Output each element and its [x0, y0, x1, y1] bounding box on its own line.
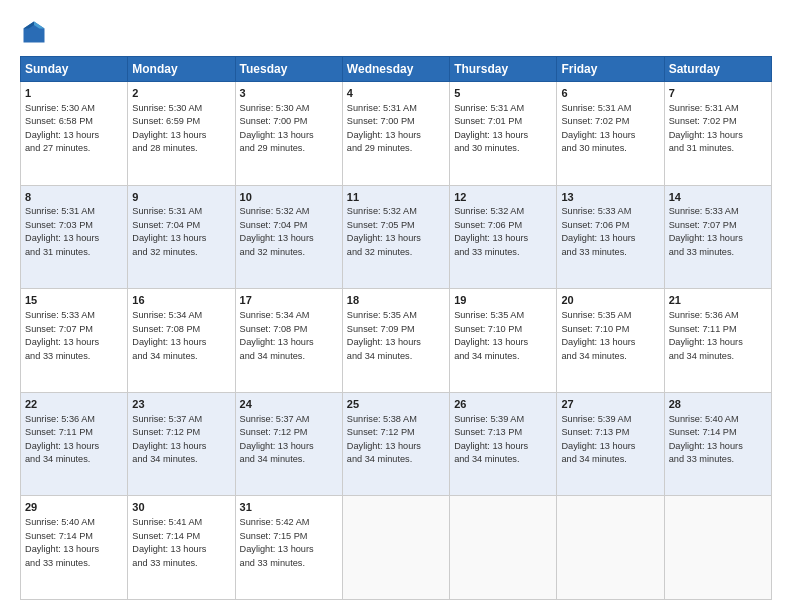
- day-number: 2: [132, 86, 230, 101]
- day-number: 17: [240, 293, 338, 308]
- col-monday: Monday: [128, 57, 235, 82]
- day-number: 27: [561, 397, 659, 412]
- day-number: 11: [347, 190, 445, 205]
- day-number: 8: [25, 190, 123, 205]
- col-saturday: Saturday: [664, 57, 771, 82]
- col-tuesday: Tuesday: [235, 57, 342, 82]
- day-info: Sunrise: 5:42 AM Sunset: 7:15 PM Dayligh…: [240, 517, 314, 568]
- table-cell: 15Sunrise: 5:33 AM Sunset: 7:07 PM Dayli…: [21, 289, 128, 393]
- table-cell: [557, 496, 664, 600]
- table-cell: 11Sunrise: 5:32 AM Sunset: 7:05 PM Dayli…: [342, 185, 449, 289]
- day-number: 7: [669, 86, 767, 101]
- table-cell: 6Sunrise: 5:31 AM Sunset: 7:02 PM Daylig…: [557, 82, 664, 186]
- col-friday: Friday: [557, 57, 664, 82]
- table-cell: 17Sunrise: 5:34 AM Sunset: 7:08 PM Dayli…: [235, 289, 342, 393]
- table-cell: 25Sunrise: 5:38 AM Sunset: 7:12 PM Dayli…: [342, 392, 449, 496]
- day-info: Sunrise: 5:31 AM Sunset: 7:02 PM Dayligh…: [669, 103, 743, 154]
- day-info: Sunrise: 5:31 AM Sunset: 7:02 PM Dayligh…: [561, 103, 635, 154]
- day-info: Sunrise: 5:40 AM Sunset: 7:14 PM Dayligh…: [669, 414, 743, 465]
- week-row-5: 29Sunrise: 5:40 AM Sunset: 7:14 PM Dayli…: [21, 496, 772, 600]
- day-info: Sunrise: 5:32 AM Sunset: 7:06 PM Dayligh…: [454, 206, 528, 257]
- table-cell: [664, 496, 771, 600]
- day-number: 22: [25, 397, 123, 412]
- day-number: 4: [347, 86, 445, 101]
- col-sunday: Sunday: [21, 57, 128, 82]
- table-cell: 9Sunrise: 5:31 AM Sunset: 7:04 PM Daylig…: [128, 185, 235, 289]
- day-number: 15: [25, 293, 123, 308]
- table-cell: 21Sunrise: 5:36 AM Sunset: 7:11 PM Dayli…: [664, 289, 771, 393]
- day-number: 23: [132, 397, 230, 412]
- table-cell: 20Sunrise: 5:35 AM Sunset: 7:10 PM Dayli…: [557, 289, 664, 393]
- day-info: Sunrise: 5:35 AM Sunset: 7:09 PM Dayligh…: [347, 310, 421, 361]
- day-info: Sunrise: 5:35 AM Sunset: 7:10 PM Dayligh…: [454, 310, 528, 361]
- table-cell: 16Sunrise: 5:34 AM Sunset: 7:08 PM Dayli…: [128, 289, 235, 393]
- day-number: 14: [669, 190, 767, 205]
- logo-icon: [20, 18, 48, 46]
- day-info: Sunrise: 5:31 AM Sunset: 7:01 PM Dayligh…: [454, 103, 528, 154]
- table-cell: 27Sunrise: 5:39 AM Sunset: 7:13 PM Dayli…: [557, 392, 664, 496]
- day-number: 1: [25, 86, 123, 101]
- table-cell: 10Sunrise: 5:32 AM Sunset: 7:04 PM Dayli…: [235, 185, 342, 289]
- day-number: 19: [454, 293, 552, 308]
- table-cell: 12Sunrise: 5:32 AM Sunset: 7:06 PM Dayli…: [450, 185, 557, 289]
- table-cell: 19Sunrise: 5:35 AM Sunset: 7:10 PM Dayli…: [450, 289, 557, 393]
- day-info: Sunrise: 5:39 AM Sunset: 7:13 PM Dayligh…: [454, 414, 528, 465]
- table-cell: 30Sunrise: 5:41 AM Sunset: 7:14 PM Dayli…: [128, 496, 235, 600]
- day-number: 10: [240, 190, 338, 205]
- table-cell: 23Sunrise: 5:37 AM Sunset: 7:12 PM Dayli…: [128, 392, 235, 496]
- table-cell: 18Sunrise: 5:35 AM Sunset: 7:09 PM Dayli…: [342, 289, 449, 393]
- day-info: Sunrise: 5:30 AM Sunset: 6:59 PM Dayligh…: [132, 103, 206, 154]
- day-number: 3: [240, 86, 338, 101]
- day-number: 20: [561, 293, 659, 308]
- table-cell: 8Sunrise: 5:31 AM Sunset: 7:03 PM Daylig…: [21, 185, 128, 289]
- day-info: Sunrise: 5:33 AM Sunset: 7:07 PM Dayligh…: [25, 310, 99, 361]
- day-number: 25: [347, 397, 445, 412]
- day-number: 18: [347, 293, 445, 308]
- day-info: Sunrise: 5:38 AM Sunset: 7:12 PM Dayligh…: [347, 414, 421, 465]
- day-info: Sunrise: 5:33 AM Sunset: 7:07 PM Dayligh…: [669, 206, 743, 257]
- week-row-1: 1Sunrise: 5:30 AM Sunset: 6:58 PM Daylig…: [21, 82, 772, 186]
- day-number: 5: [454, 86, 552, 101]
- day-info: Sunrise: 5:36 AM Sunset: 7:11 PM Dayligh…: [669, 310, 743, 361]
- day-info: Sunrise: 5:37 AM Sunset: 7:12 PM Dayligh…: [132, 414, 206, 465]
- day-number: 31: [240, 500, 338, 515]
- week-row-3: 15Sunrise: 5:33 AM Sunset: 7:07 PM Dayli…: [21, 289, 772, 393]
- week-row-2: 8Sunrise: 5:31 AM Sunset: 7:03 PM Daylig…: [21, 185, 772, 289]
- table-cell: 3Sunrise: 5:30 AM Sunset: 7:00 PM Daylig…: [235, 82, 342, 186]
- day-number: 30: [132, 500, 230, 515]
- day-number: 16: [132, 293, 230, 308]
- day-info: Sunrise: 5:35 AM Sunset: 7:10 PM Dayligh…: [561, 310, 635, 361]
- calendar-header-row: Sunday Monday Tuesday Wednesday Thursday…: [21, 57, 772, 82]
- table-cell: 7Sunrise: 5:31 AM Sunset: 7:02 PM Daylig…: [664, 82, 771, 186]
- table-cell: 1Sunrise: 5:30 AM Sunset: 6:58 PM Daylig…: [21, 82, 128, 186]
- header: [20, 18, 772, 46]
- day-info: Sunrise: 5:30 AM Sunset: 6:58 PM Dayligh…: [25, 103, 99, 154]
- day-number: 13: [561, 190, 659, 205]
- day-number: 12: [454, 190, 552, 205]
- day-info: Sunrise: 5:31 AM Sunset: 7:00 PM Dayligh…: [347, 103, 421, 154]
- day-number: 28: [669, 397, 767, 412]
- table-cell: 4Sunrise: 5:31 AM Sunset: 7:00 PM Daylig…: [342, 82, 449, 186]
- day-number: 24: [240, 397, 338, 412]
- day-info: Sunrise: 5:32 AM Sunset: 7:04 PM Dayligh…: [240, 206, 314, 257]
- table-cell: 31Sunrise: 5:42 AM Sunset: 7:15 PM Dayli…: [235, 496, 342, 600]
- day-info: Sunrise: 5:36 AM Sunset: 7:11 PM Dayligh…: [25, 414, 99, 465]
- day-info: Sunrise: 5:37 AM Sunset: 7:12 PM Dayligh…: [240, 414, 314, 465]
- day-number: 6: [561, 86, 659, 101]
- day-info: Sunrise: 5:34 AM Sunset: 7:08 PM Dayligh…: [132, 310, 206, 361]
- logo: [20, 18, 52, 46]
- col-wednesday: Wednesday: [342, 57, 449, 82]
- table-cell: 5Sunrise: 5:31 AM Sunset: 7:01 PM Daylig…: [450, 82, 557, 186]
- day-info: Sunrise: 5:30 AM Sunset: 7:00 PM Dayligh…: [240, 103, 314, 154]
- table-cell: 24Sunrise: 5:37 AM Sunset: 7:12 PM Dayli…: [235, 392, 342, 496]
- day-info: Sunrise: 5:31 AM Sunset: 7:03 PM Dayligh…: [25, 206, 99, 257]
- col-thursday: Thursday: [450, 57, 557, 82]
- day-info: Sunrise: 5:41 AM Sunset: 7:14 PM Dayligh…: [132, 517, 206, 568]
- week-row-4: 22Sunrise: 5:36 AM Sunset: 7:11 PM Dayli…: [21, 392, 772, 496]
- page: Sunday Monday Tuesday Wednesday Thursday…: [0, 0, 792, 612]
- table-cell: 13Sunrise: 5:33 AM Sunset: 7:06 PM Dayli…: [557, 185, 664, 289]
- table-cell: [450, 496, 557, 600]
- table-cell: 26Sunrise: 5:39 AM Sunset: 7:13 PM Dayli…: [450, 392, 557, 496]
- table-cell: 2Sunrise: 5:30 AM Sunset: 6:59 PM Daylig…: [128, 82, 235, 186]
- day-info: Sunrise: 5:34 AM Sunset: 7:08 PM Dayligh…: [240, 310, 314, 361]
